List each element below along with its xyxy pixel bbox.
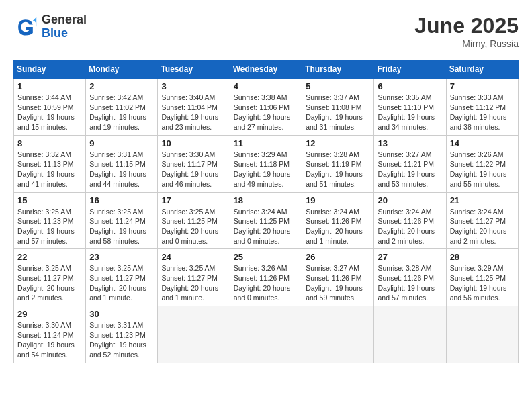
day-cell: 11 Sunrise: 3:29 AMSunset: 11:18 PMDayli… xyxy=(230,135,302,192)
day-cell: 2 Sunrise: 3:42 AMSunset: 11:02 PMDaylig… xyxy=(86,79,158,136)
day-cell: 13 Sunrise: 3:27 AMSunset: 11:21 PMDayli… xyxy=(374,135,446,192)
logo-general-text: General xyxy=(42,13,87,27)
day-cell: 21 Sunrise: 3:24 AMSunset: 11:27 PMDayli… xyxy=(446,192,518,249)
day-cell-empty xyxy=(230,306,302,363)
col-monday: Monday xyxy=(86,60,158,79)
day-cell: 29 Sunrise: 3:30 AMSunset: 11:24 PMDayli… xyxy=(14,306,86,363)
month-title: June 2025 xyxy=(414,13,519,38)
logo-blue-text: Blue xyxy=(42,27,87,40)
day-cell: 14 Sunrise: 3:26 AMSunset: 11:22 PMDayli… xyxy=(446,135,518,192)
col-wednesday: Wednesday xyxy=(230,60,302,79)
page-header: General Blue June 2025 Mirny, Russia xyxy=(13,13,519,49)
day-cell: 30 Sunrise: 3:31 AMSunset: 11:23 PMDayli… xyxy=(86,306,158,363)
day-cell-empty xyxy=(302,306,374,363)
table-row: 29 Sunrise: 3:30 AMSunset: 11:24 PMDayli… xyxy=(14,306,519,363)
col-friday: Friday xyxy=(374,60,446,79)
table-row: 1 Sunrise: 3:44 AMSunset: 10:59 PMDaylig… xyxy=(14,79,519,136)
day-cell-empty xyxy=(374,306,446,363)
day-cell: 28 Sunrise: 3:29 AMSunset: 11:25 PMDayli… xyxy=(446,249,518,306)
day-cell: 27 Sunrise: 3:28 AMSunset: 11:26 PMDayli… xyxy=(374,249,446,306)
day-cell: 25 Sunrise: 3:26 AMSunset: 11:26 PMDayli… xyxy=(230,249,302,306)
day-cell: 23 Sunrise: 3:25 AMSunset: 11:27 PMDayli… xyxy=(86,249,158,306)
day-cell-empty xyxy=(446,306,518,363)
logo: General Blue xyxy=(13,13,87,40)
col-thursday: Thursday xyxy=(302,60,374,79)
table-row: 8 Sunrise: 3:32 AMSunset: 11:13 PMDaylig… xyxy=(14,135,519,192)
day-cell-empty xyxy=(158,306,230,363)
day-cell: 19 Sunrise: 3:24 AMSunset: 11:26 PMDayli… xyxy=(302,192,374,249)
day-cell: 5 Sunrise: 3:37 AMSunset: 11:08 PMDaylig… xyxy=(302,79,374,136)
calendar-table: Sunday Monday Tuesday Wednesday Thursday… xyxy=(13,60,519,363)
day-cell: 15 Sunrise: 3:25 AMSunset: 11:23 PMDayli… xyxy=(14,192,86,249)
day-cell: 20 Sunrise: 3:24 AMSunset: 11:26 PMDayli… xyxy=(374,192,446,249)
day-cell: 9 Sunrise: 3:31 AMSunset: 11:15 PMDaylig… xyxy=(86,135,158,192)
day-cell: 1 Sunrise: 3:44 AMSunset: 10:59 PMDaylig… xyxy=(14,79,86,136)
col-saturday: Saturday xyxy=(446,60,518,79)
day-cell: 18 Sunrise: 3:24 AMSunset: 11:25 PMDayli… xyxy=(230,192,302,249)
table-row: 15 Sunrise: 3:25 AMSunset: 11:23 PMDayli… xyxy=(14,192,519,249)
day-cell: 7 Sunrise: 3:33 AMSunset: 11:12 PMDaylig… xyxy=(446,79,518,136)
location-text: Mirny, Russia xyxy=(414,38,519,49)
col-tuesday: Tuesday xyxy=(158,60,230,79)
day-cell: 12 Sunrise: 3:28 AMSunset: 11:19 PMDayli… xyxy=(302,135,374,192)
day-cell: 24 Sunrise: 3:25 AMSunset: 11:27 PMDayli… xyxy=(158,249,230,306)
day-cell: 10 Sunrise: 3:30 AMSunset: 11:17 PMDayli… xyxy=(158,135,230,192)
day-cell: 16 Sunrise: 3:25 AMSunset: 11:24 PMDayli… xyxy=(86,192,158,249)
calendar-header-row: Sunday Monday Tuesday Wednesday Thursday… xyxy=(14,60,519,79)
day-cell: 8 Sunrise: 3:32 AMSunset: 11:13 PMDaylig… xyxy=(14,135,86,192)
day-cell: 4 Sunrise: 3:38 AMSunset: 11:06 PMDaylig… xyxy=(230,79,302,136)
logo-icon xyxy=(13,15,38,39)
day-cell: 3 Sunrise: 3:40 AMSunset: 11:04 PMDaylig… xyxy=(158,79,230,136)
day-cell: 17 Sunrise: 3:25 AMSunset: 11:25 PMDayli… xyxy=(158,192,230,249)
col-sunday: Sunday xyxy=(14,60,86,79)
day-cell: 26 Sunrise: 3:27 AMSunset: 11:26 PMDayli… xyxy=(302,249,374,306)
title-block: June 2025 Mirny, Russia xyxy=(414,13,519,49)
day-cell: 6 Sunrise: 3:35 AMSunset: 11:10 PMDaylig… xyxy=(374,79,446,136)
day-cell: 22 Sunrise: 3:25 AMSunset: 11:27 PMDayli… xyxy=(14,249,86,306)
table-row: 22 Sunrise: 3:25 AMSunset: 11:27 PMDayli… xyxy=(14,249,519,306)
